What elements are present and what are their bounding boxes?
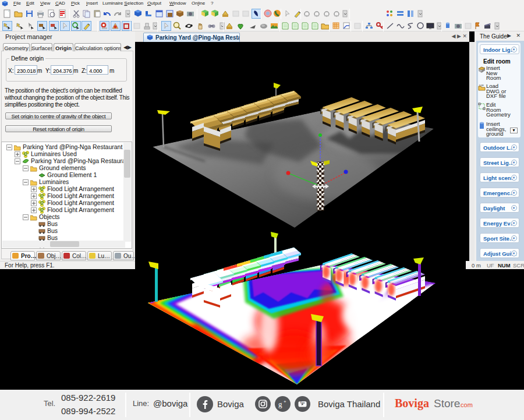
svg-text:+: +	[284, 399, 286, 404]
svg-text:DXF: DXF	[479, 84, 484, 87]
svg-text:g: g	[278, 400, 282, 408]
